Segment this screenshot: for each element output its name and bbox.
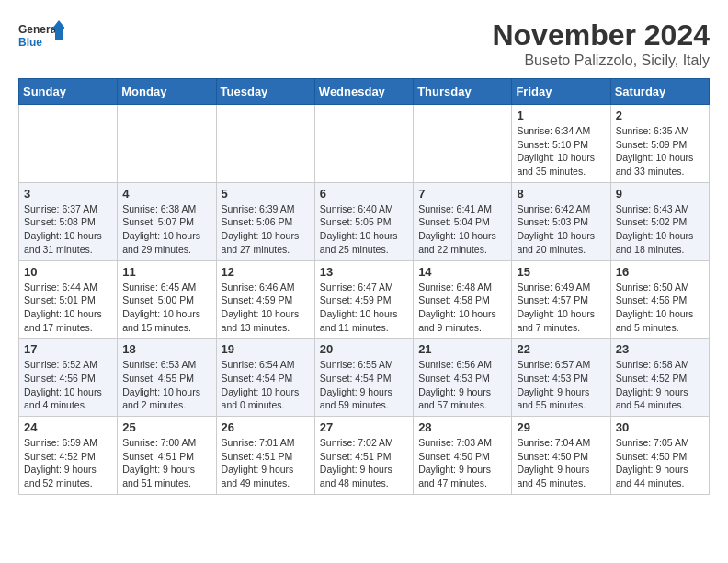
- day-number: 25: [122, 420, 210, 434]
- logo-svg: General Blue: [18, 18, 64, 55]
- calendar-cell: 15Sunrise: 6:49 AM Sunset: 4:57 PM Dayli…: [512, 260, 610, 339]
- day-info: Sunrise: 7:03 AM Sunset: 4:50 PM Dayligh…: [418, 436, 506, 490]
- day-number: 21: [418, 342, 506, 356]
- day-header-thursday: Thursday: [414, 79, 512, 105]
- calendar-cell: 6Sunrise: 6:40 AM Sunset: 5:05 PM Daylig…: [314, 182, 413, 260]
- day-info: Sunrise: 6:53 AM Sunset: 4:55 PM Dayligh…: [122, 358, 210, 412]
- day-number: 1: [517, 109, 605, 122]
- calendar-cell: 30Sunrise: 7:05 AM Sunset: 4:50 PM Dayli…: [610, 417, 709, 495]
- day-info: Sunrise: 6:48 AM Sunset: 4:58 PM Dayligh…: [418, 281, 506, 335]
- day-info: Sunrise: 6:37 AM Sunset: 5:08 PM Dayligh…: [24, 202, 112, 257]
- calendar-cell: 2Sunrise: 6:35 AM Sunset: 5:09 PM Daylig…: [610, 105, 709, 183]
- calendar-cell: 27Sunrise: 7:02 AM Sunset: 4:51 PM Dayli…: [314, 417, 413, 495]
- calendar-cell: [414, 105, 512, 183]
- calendar-cell: 9Sunrise: 6:43 AM Sunset: 5:02 PM Daylig…: [610, 182, 709, 260]
- day-info: Sunrise: 6:54 AM Sunset: 4:54 PM Dayligh…: [222, 358, 310, 412]
- calendar-cell: 21Sunrise: 6:56 AM Sunset: 4:53 PM Dayli…: [414, 339, 512, 417]
- week-row-2: 3Sunrise: 6:37 AM Sunset: 5:08 PM Daylig…: [19, 182, 710, 260]
- day-number: 24: [24, 420, 112, 434]
- day-number: 5: [222, 187, 310, 201]
- day-number: 23: [616, 342, 704, 356]
- title-area: November 2024 Buseto Palizzolo, Sicily, …: [492, 18, 710, 69]
- calendar-cell: 16Sunrise: 6:50 AM Sunset: 4:56 PM Dayli…: [610, 260, 709, 339]
- day-number: 8: [517, 187, 605, 201]
- day-header-monday: Monday: [118, 79, 216, 105]
- day-number: 14: [418, 265, 506, 279]
- calendar-cell: 7Sunrise: 6:41 AM Sunset: 5:04 PM Daylig…: [414, 182, 512, 260]
- calendar-cell: [314, 105, 413, 183]
- day-number: 22: [517, 342, 605, 356]
- day-info: Sunrise: 6:56 AM Sunset: 4:53 PM Dayligh…: [418, 358, 506, 412]
- week-row-5: 24Sunrise: 6:59 AM Sunset: 4:52 PM Dayli…: [19, 417, 710, 495]
- calendar-title: November 2024: [492, 18, 710, 52]
- calendar-cell: 4Sunrise: 6:38 AM Sunset: 5:07 PM Daylig…: [118, 182, 216, 260]
- week-row-3: 10Sunrise: 6:44 AM Sunset: 5:01 PM Dayli…: [19, 260, 710, 339]
- days-header-row: SundayMondayTuesdayWednesdayThursdayFrid…: [19, 79, 710, 105]
- day-number: 18: [122, 342, 210, 356]
- calendar-cell: [216, 105, 314, 183]
- day-info: Sunrise: 6:41 AM Sunset: 5:04 PM Dayligh…: [418, 202, 506, 257]
- calendar-cell: 19Sunrise: 6:54 AM Sunset: 4:54 PM Dayli…: [216, 339, 314, 417]
- calendar-cell: 24Sunrise: 6:59 AM Sunset: 4:52 PM Dayli…: [19, 417, 118, 495]
- day-number: 20: [320, 342, 408, 356]
- calendar-table: SundayMondayTuesdayWednesdayThursdayFrid…: [18, 78, 710, 495]
- day-info: Sunrise: 6:42 AM Sunset: 5:03 PM Dayligh…: [517, 202, 605, 257]
- calendar-cell: 14Sunrise: 6:48 AM Sunset: 4:58 PM Dayli…: [414, 260, 512, 339]
- day-number: 12: [222, 265, 310, 279]
- day-number: 3: [24, 187, 112, 201]
- day-number: 13: [320, 265, 408, 279]
- calendar-cell: 26Sunrise: 7:01 AM Sunset: 4:51 PM Dayli…: [216, 417, 314, 495]
- day-info: Sunrise: 7:05 AM Sunset: 4:50 PM Dayligh…: [616, 436, 704, 490]
- logo: General Blue: [18, 18, 64, 55]
- day-info: Sunrise: 7:04 AM Sunset: 4:50 PM Dayligh…: [517, 436, 605, 490]
- calendar-cell: 20Sunrise: 6:55 AM Sunset: 4:54 PM Dayli…: [314, 339, 413, 417]
- calendar-cell: 28Sunrise: 7:03 AM Sunset: 4:50 PM Dayli…: [414, 417, 512, 495]
- calendar-cell: 12Sunrise: 6:46 AM Sunset: 4:59 PM Dayli…: [216, 260, 314, 339]
- day-number: 7: [418, 187, 506, 201]
- day-info: Sunrise: 6:44 AM Sunset: 5:01 PM Dayligh…: [24, 281, 112, 335]
- day-header-saturday: Saturday: [610, 79, 709, 105]
- day-info: Sunrise: 6:50 AM Sunset: 4:56 PM Dayligh…: [616, 281, 704, 335]
- day-number: 16: [616, 265, 704, 279]
- day-number: 11: [122, 265, 210, 279]
- day-number: 29: [517, 420, 605, 434]
- calendar-cell: 1Sunrise: 6:34 AM Sunset: 5:10 PM Daylig…: [512, 105, 610, 183]
- week-row-4: 17Sunrise: 6:52 AM Sunset: 4:56 PM Dayli…: [19, 339, 710, 417]
- calendar-cell: 13Sunrise: 6:47 AM Sunset: 4:59 PM Dayli…: [314, 260, 413, 339]
- calendar-cell: 17Sunrise: 6:52 AM Sunset: 4:56 PM Dayli…: [19, 339, 118, 417]
- calendar-cell: 5Sunrise: 6:39 AM Sunset: 5:06 PM Daylig…: [216, 182, 314, 260]
- day-info: Sunrise: 6:38 AM Sunset: 5:07 PM Dayligh…: [122, 202, 210, 257]
- day-info: Sunrise: 6:34 AM Sunset: 5:10 PM Dayligh…: [517, 124, 605, 178]
- day-header-sunday: Sunday: [19, 79, 118, 105]
- day-info: Sunrise: 6:49 AM Sunset: 4:57 PM Dayligh…: [517, 281, 605, 335]
- svg-text:Blue: Blue: [18, 36, 42, 49]
- calendar-cell: 8Sunrise: 6:42 AM Sunset: 5:03 PM Daylig…: [512, 182, 610, 260]
- day-number: 2: [616, 109, 704, 122]
- day-info: Sunrise: 7:00 AM Sunset: 4:51 PM Dayligh…: [122, 436, 210, 490]
- day-info: Sunrise: 6:57 AM Sunset: 4:53 PM Dayligh…: [517, 358, 605, 412]
- day-number: 4: [122, 187, 210, 201]
- calendar-cell: 10Sunrise: 6:44 AM Sunset: 5:01 PM Dayli…: [19, 260, 118, 339]
- day-number: 19: [222, 342, 310, 356]
- calendar-cell: 11Sunrise: 6:45 AM Sunset: 5:00 PM Dayli…: [118, 260, 216, 339]
- calendar-cell: 22Sunrise: 6:57 AM Sunset: 4:53 PM Dayli…: [512, 339, 610, 417]
- day-number: 17: [24, 342, 112, 356]
- day-header-friday: Friday: [512, 79, 610, 105]
- day-number: 30: [616, 420, 704, 434]
- calendar-cell: [118, 105, 216, 183]
- day-info: Sunrise: 6:46 AM Sunset: 4:59 PM Dayligh…: [222, 281, 310, 335]
- day-header-wednesday: Wednesday: [314, 79, 413, 105]
- calendar-cell: 18Sunrise: 6:53 AM Sunset: 4:55 PM Dayli…: [118, 339, 216, 417]
- day-info: Sunrise: 6:52 AM Sunset: 4:56 PM Dayligh…: [24, 358, 112, 412]
- day-info: Sunrise: 7:01 AM Sunset: 4:51 PM Dayligh…: [222, 436, 310, 490]
- day-header-tuesday: Tuesday: [216, 79, 314, 105]
- day-info: Sunrise: 6:58 AM Sunset: 4:52 PM Dayligh…: [616, 358, 704, 412]
- day-number: 10: [24, 265, 112, 279]
- calendar-cell: 3Sunrise: 6:37 AM Sunset: 5:08 PM Daylig…: [19, 182, 118, 260]
- day-number: 15: [517, 265, 605, 279]
- calendar-cell: 25Sunrise: 7:00 AM Sunset: 4:51 PM Dayli…: [118, 417, 216, 495]
- day-number: 27: [320, 420, 408, 434]
- page-header: General Blue November 2024 Buseto Palizz…: [18, 18, 710, 69]
- calendar-cell: 23Sunrise: 6:58 AM Sunset: 4:52 PM Dayli…: [610, 339, 709, 417]
- day-info: Sunrise: 6:40 AM Sunset: 5:05 PM Dayligh…: [320, 202, 408, 257]
